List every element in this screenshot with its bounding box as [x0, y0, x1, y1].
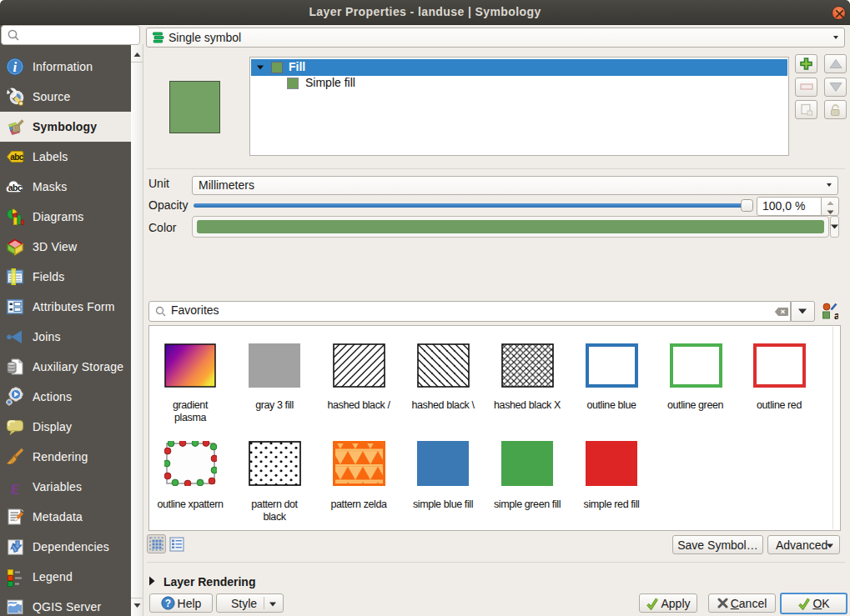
svg-text:?: ? — [164, 598, 170, 609]
svg-text:abc: abc — [8, 183, 23, 193]
svg-text:abc: abc — [10, 152, 24, 161]
svg-text:i: i — [13, 59, 18, 75]
svg-text:ε: ε — [11, 477, 20, 497]
svg-text:a: a — [834, 310, 838, 321]
